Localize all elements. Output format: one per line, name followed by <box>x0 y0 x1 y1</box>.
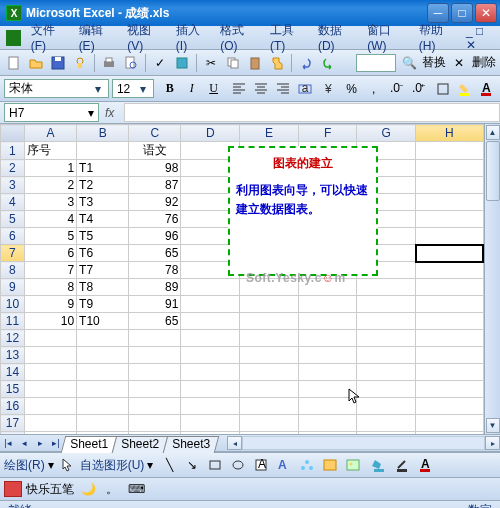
arrow-icon[interactable]: ↘ <box>182 455 202 475</box>
menu-edit[interactable]: 编辑(E) <box>73 20 122 55</box>
col-header[interactable]: C <box>129 125 181 142</box>
menu-file[interactable]: 文件(F) <box>25 20 73 55</box>
row-header[interactable]: 6 <box>1 228 25 245</box>
zoom-combo[interactable] <box>356 54 396 72</box>
cut-icon[interactable]: ✂ <box>201 53 221 73</box>
picture-icon[interactable] <box>343 455 363 475</box>
scroll-up-icon[interactable]: ▲ <box>486 125 500 140</box>
col-header[interactable]: D <box>181 125 240 142</box>
new-icon[interactable] <box>4 53 24 73</box>
col-header[interactable]: F <box>298 125 357 142</box>
row-header[interactable]: 14 <box>1 364 25 381</box>
bold-button[interactable]: B <box>160 79 179 99</box>
ime-mode-icon[interactable]: 🌙 <box>78 479 98 499</box>
copy-icon[interactable] <box>223 53 243 73</box>
row-header[interactable]: 2 <box>1 160 25 177</box>
oval-icon[interactable] <box>228 455 248 475</box>
italic-button[interactable]: I <box>182 79 201 99</box>
menu-format[interactable]: 格式(O) <box>214 20 264 55</box>
row-header[interactable]: 10 <box>1 296 25 313</box>
permission-icon[interactable] <box>70 53 90 73</box>
formula-input[interactable] <box>124 103 500 122</box>
menu-insert[interactable]: 插入(I) <box>170 20 214 55</box>
diagram-icon[interactable] <box>297 455 317 475</box>
close-button[interactable]: ✕ <box>475 3 497 23</box>
fill-color-icon[interactable] <box>369 455 389 475</box>
row-header[interactable]: 5 <box>1 211 25 228</box>
row-header[interactable]: 7 <box>1 245 25 262</box>
doc-window-controls[interactable]: _ □ ✕ <box>462 22 498 54</box>
undo-icon[interactable] <box>296 53 316 73</box>
row-header[interactable]: 12 <box>1 330 25 347</box>
spelling-icon[interactable]: ✓ <box>150 53 170 73</box>
fill-color-icon[interactable] <box>455 79 474 99</box>
preview-icon[interactable] <box>121 53 141 73</box>
text-box[interactable]: 图表的建立 利用图表向导，可以快速建立数据图表。 <box>228 146 378 276</box>
sheet-tab[interactable]: Sheet3 <box>163 436 220 453</box>
font-color-icon[interactable]: A <box>415 455 435 475</box>
select-icon[interactable] <box>57 455 77 475</box>
size-combo[interactable]: 12▾ <box>112 79 154 98</box>
redo-icon[interactable] <box>318 53 338 73</box>
menu-data[interactable]: 数据(D) <box>312 20 361 55</box>
align-center-icon[interactable] <box>251 79 270 99</box>
menu-help[interactable]: 帮助(H) <box>413 20 462 55</box>
scroll-thumb[interactable] <box>486 141 500 201</box>
paste-icon[interactable] <box>245 53 265 73</box>
draw-menu[interactable]: 绘图(R) <box>4 457 45 474</box>
percent-icon[interactable]: % <box>342 79 361 99</box>
menu-window[interactable]: 窗口(W) <box>361 20 413 55</box>
row-header[interactable]: 9 <box>1 279 25 296</box>
row-header[interactable]: 8 <box>1 262 25 279</box>
clipart-icon[interactable] <box>320 455 340 475</box>
ime-icon[interactable] <box>4 481 22 497</box>
decrease-decimal-icon[interactable]: .0← <box>408 79 427 99</box>
increase-decimal-icon[interactable]: .0→ <box>386 79 405 99</box>
name-box[interactable]: H7▾ <box>4 103 99 122</box>
sheet-tab[interactable]: Sheet2 <box>112 436 169 453</box>
align-left-icon[interactable] <box>229 79 248 99</box>
row-header[interactable]: 15 <box>1 381 25 398</box>
scroll-right-icon[interactable]: ▸ <box>485 436 500 450</box>
save-icon[interactable] <box>48 53 68 73</box>
row-header[interactable]: 3 <box>1 177 25 194</box>
row-header[interactable]: 13 <box>1 347 25 364</box>
align-right-icon[interactable] <box>273 79 292 99</box>
textbox-icon[interactable]: A <box>251 455 271 475</box>
col-header[interactable]: E <box>240 125 299 142</box>
horizontal-scrollbar[interactable]: ◂ ▸ <box>227 436 500 450</box>
row-header[interactable]: 16 <box>1 398 25 415</box>
comma-icon[interactable]: , <box>364 79 383 99</box>
underline-button[interactable]: U <box>204 79 223 99</box>
format-painter-icon[interactable] <box>267 53 287 73</box>
ime-punct-icon[interactable]: 。 <box>102 479 122 499</box>
vertical-scrollbar[interactable]: ▲ ▼ <box>484 124 500 434</box>
tab-first-icon[interactable]: |◂ <box>0 435 16 451</box>
col-header[interactable]: G <box>357 125 416 142</box>
col-header[interactable]: A <box>24 125 76 142</box>
line-color-icon[interactable] <box>392 455 412 475</box>
merge-button[interactable]: a <box>295 79 314 99</box>
tab-next-icon[interactable]: ▸ <box>32 435 48 451</box>
row-header[interactable]: 1 <box>1 142 25 160</box>
autoshape-menu[interactable]: 自选图形(U) <box>80 457 145 474</box>
line-icon[interactable]: ╲ <box>159 455 179 475</box>
wordart-icon[interactable]: A <box>274 455 294 475</box>
row-header[interactable]: 17 <box>1 415 25 432</box>
col-header[interactable]: H <box>416 125 483 142</box>
tab-prev-icon[interactable]: ◂ <box>16 435 32 451</box>
delete-button[interactable]: ✕ <box>449 53 469 73</box>
currency-icon[interactable]: ¥ <box>320 79 339 99</box>
borders-icon[interactable] <box>433 79 452 99</box>
col-header[interactable]: B <box>77 125 129 142</box>
print-icon[interactable] <box>99 53 119 73</box>
rectangle-icon[interactable] <box>205 455 225 475</box>
font-color-icon[interactable]: A <box>477 79 496 99</box>
ime-keyboard-icon[interactable]: ⌨ <box>126 479 146 499</box>
replace-button[interactable]: 🔍 <box>399 53 419 73</box>
menu-view[interactable]: 视图(V) <box>121 20 170 55</box>
row-header[interactable]: 4 <box>1 194 25 211</box>
select-all-corner[interactable] <box>1 125 25 142</box>
research-icon[interactable] <box>172 53 192 73</box>
fx-icon[interactable]: fx <box>105 106 114 120</box>
